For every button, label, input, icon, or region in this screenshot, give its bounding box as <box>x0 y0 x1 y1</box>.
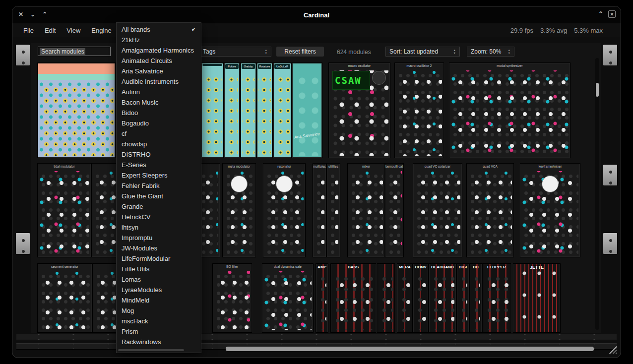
brand-item-chowdsp[interactable]: chowdsp <box>117 139 201 149</box>
reset-filters-button[interactable]: Reset filters <box>276 47 324 57</box>
shade-window-icon[interactable]: ⌃ <box>598 10 603 18</box>
brand-item-label: Grande <box>122 203 143 210</box>
brand-item-label: ihtsyn <box>122 224 138 231</box>
brand-item-lomas[interactable]: Lomas <box>117 274 201 285</box>
vertical-scrollbar-thumb[interactable] <box>596 83 599 97</box>
module-conv[interactable]: CONV <box>413 263 429 333</box>
module-bernoulli-gate[interactable]: bernoulli gate <box>385 163 404 257</box>
big-knob <box>542 176 559 192</box>
module-eq-filter[interactable]: EQ filter <box>212 263 252 333</box>
brand-item-ihtsyn[interactable]: ihtsyn <box>117 222 201 233</box>
brand-item-e-series[interactable]: E-Series <box>117 160 201 170</box>
zoom-dropdown[interactable]: Zoom: 50% ▲▼ <box>467 47 514 57</box>
module-meta-modulator[interactable]: meta modulator <box>222 163 256 257</box>
module-resonator[interactable]: resonator <box>263 163 306 257</box>
brand-item-impromptu[interactable]: Impromptu <box>117 233 201 243</box>
brand-item-grande[interactable]: Grande <box>117 201 201 212</box>
brand-item-aria-salvatrice[interactable]: Aria Salvatrice <box>117 66 201 76</box>
brand-item-hetrickcv[interactable]: HetrickCV <box>117 212 201 222</box>
brand-item-expert-sleepers[interactable]: Expert Sleepers <box>117 170 201 181</box>
module-utilities[interactable]: utilities <box>326 163 340 257</box>
close-app-icon[interactable]: ✕ <box>608 10 616 18</box>
brand-item-cf[interactable]: cf <box>117 128 201 139</box>
brand-item-lyraemodules[interactable]: LyraeModules <box>117 285 201 295</box>
module-quad-vca[interactable]: quad VCA <box>466 163 514 257</box>
brand-item-label: LifeFormModular <box>122 255 170 262</box>
module-panel[interactable] <box>201 62 224 158</box>
brand-item-mschack[interactable]: mscHack <box>117 316 201 326</box>
tags-dropdown[interactable]: Tags ▲▼ <box>199 47 271 57</box>
module-amp[interactable]: AMP <box>316 263 328 333</box>
brand-item-bacon-music[interactable]: Bacon Music <box>117 97 201 108</box>
checkmark-icon: ✔ <box>191 26 196 33</box>
module-keyframer-mixer[interactable]: keyframer/mixer <box>520 163 580 257</box>
rack-rail <box>603 233 618 254</box>
brand-item-autinn[interactable]: Autinn <box>117 87 201 97</box>
vertical-scrollbar[interactable] <box>595 58 599 330</box>
module-title: AMP <box>316 265 328 269</box>
module-mixer[interactable]: mixer <box>347 163 385 257</box>
brand-item-rackwindows[interactable]: Rackwindows <box>117 337 201 347</box>
big-knob <box>276 176 293 192</box>
menu-view[interactable]: View <box>66 27 80 34</box>
module-panel[interactable] <box>377 263 395 333</box>
brand-item-jw-modules[interactable]: JW-Modules <box>117 243 201 253</box>
module-title: resonator <box>263 165 305 168</box>
module-tidal-modulator[interactable]: tidal modulator <box>37 163 91 257</box>
brand-item-label: Prism <box>122 328 138 335</box>
brand-item-prism[interactable]: Prism <box>117 326 201 337</box>
module-digi[interactable]: DIGI <box>456 263 469 333</box>
module-macro-oscillator-2[interactable]: macro oscillator 2 <box>394 62 444 158</box>
brand-item-mog[interactable]: Mog <box>117 305 201 316</box>
brand-item-animated-circuits[interactable]: Animated Circuits <box>117 56 201 66</box>
module-bass[interactable]: BASS <box>330 263 376 333</box>
menu-engine[interactable]: Engine <box>91 27 111 34</box>
menu-edit[interactable]: Edit <box>45 27 56 34</box>
module-deadband[interactable]: DEADBAND <box>429 263 456 333</box>
module-panel[interactable] <box>37 62 116 158</box>
brand-item-label: cf <box>122 130 127 137</box>
module-undular[interactable]: UnDuLaR <box>273 62 292 158</box>
module-modal-synthesizer[interactable]: modal synthesizer <box>449 62 570 158</box>
module-dual-dynamics-gate[interactable]: dual dynamics gate <box>262 263 314 333</box>
close-window-icon[interactable]: ✕ <box>18 11 23 18</box>
brand-item-21khz[interactable]: 21kHz <box>117 35 201 45</box>
module-rotatoes[interactable]: Rotatoes <box>256 62 273 158</box>
brand-item-lifeformmodular[interactable]: LifeFormModular <box>117 253 201 264</box>
module-segment-generator[interactable]: segment generator <box>37 263 92 333</box>
reset-filters-label: Reset filters <box>284 48 316 55</box>
brand-item-bogaudio[interactable]: Bogaudio <box>117 118 201 128</box>
brand-item-distrho[interactable]: DISTRHO <box>117 149 201 160</box>
module-title: DEADBAND <box>429 265 456 269</box>
brand-item-little-utils[interactable]: Little Utils <box>117 264 201 274</box>
brand-item-bidoo[interactable]: Bidoo <box>117 108 201 118</box>
maximize-window-icon[interactable]: ⌃ <box>42 11 47 18</box>
module-macro-oscillator[interactable]: macro oscillatorCSAW <box>328 62 390 158</box>
module-dc[interactable]: DC <box>469 263 482 333</box>
module-pokies[interactable]: Pokies <box>224 62 240 158</box>
horizontal-scrollbar[interactable] <box>226 347 594 351</box>
module-title: meta modulator <box>223 165 255 168</box>
menu-file[interactable]: File <box>23 27 34 34</box>
module-multiples[interactable]: multiples <box>313 163 326 257</box>
module-panel[interactable]: Aria Salvatrice <box>292 62 322 158</box>
brand-item-fehler-fabrik[interactable]: Fehler Fabrik <box>117 181 201 191</box>
brand-item-glue-the-giant[interactable]: Glue the Giant <box>117 191 201 201</box>
module-mera[interactable]: MERA <box>397 263 413 333</box>
minimize-window-icon[interactable]: ⌄ <box>30 11 35 18</box>
menu-scrollbar[interactable] <box>118 349 184 351</box>
search-input[interactable]: Search modules <box>38 47 111 56</box>
brand-item-mindmeld[interactable]: MindMeld <box>117 295 201 305</box>
brand-item-audible-instruments[interactable]: Audible Instruments <box>117 76 201 87</box>
module-flopper[interactable]: FLOPPER <box>482 263 511 333</box>
module-quad-vc-polarizer[interactable]: quad VC-polarizer <box>413 163 462 257</box>
sort-dropdown[interactable]: Sort: Last updated ▲▼ <box>385 47 460 57</box>
brand-item-all-brands[interactable]: All brands✔ <box>117 24 201 35</box>
module-jette[interactable]: JETTE <box>513 263 561 333</box>
module-grabby[interactable]: Grabby <box>240 62 256 158</box>
brand-item-amalgamated-harmonics[interactable]: Amalgamated Harmonics <box>117 45 201 56</box>
module-title: macro oscillator 2 <box>395 64 443 67</box>
cpu-max-value: 5.3% max <box>574 27 603 34</box>
module-title: DIGI <box>457 265 469 269</box>
tags-dropdown-label: Tags <box>203 48 215 55</box>
